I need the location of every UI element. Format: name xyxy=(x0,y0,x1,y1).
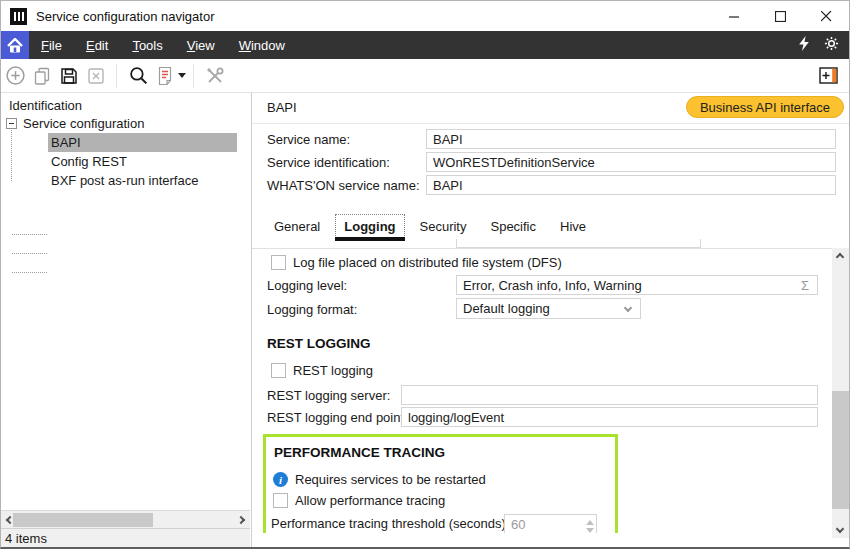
toolbar-separator xyxy=(116,64,117,88)
close-button[interactable] xyxy=(803,1,849,31)
horizontal-scrollbar[interactable] xyxy=(1,510,250,528)
rest-logging-checkbox-label: REST logging xyxy=(293,363,373,378)
tab-content-viewport: Log file placed on distributed file syst… xyxy=(252,248,832,533)
clipped-field[interactable] xyxy=(456,239,701,248)
logging-level-input[interactable] xyxy=(456,275,818,295)
scroll-up-button[interactable] xyxy=(832,249,848,265)
copy-button[interactable] xyxy=(29,63,55,89)
logging-level-label: Logging level: xyxy=(267,275,347,295)
logging-format-value: Default logging xyxy=(463,301,550,316)
maximize-button[interactable] xyxy=(757,1,803,31)
chevron-down-icon xyxy=(836,525,844,533)
scroll-down-button[interactable] xyxy=(832,521,848,537)
rest-logging-heading: REST LOGGING xyxy=(267,336,371,351)
tree-item-bapi[interactable]: BAPI xyxy=(48,133,237,152)
rest-logging-checkbox[interactable] xyxy=(271,363,286,378)
service-identification-label: Service identification: xyxy=(267,152,390,172)
menu-edit[interactable]: Edit xyxy=(74,32,120,59)
toolbar-separator xyxy=(193,64,194,88)
tab-security[interactable]: Security xyxy=(408,213,479,239)
app-window: Service configuration navigator File Edi… xyxy=(0,0,850,549)
window-controls xyxy=(711,1,849,31)
scroll-right-button[interactable] xyxy=(233,512,249,528)
info-icon xyxy=(273,472,288,487)
maximize-icon xyxy=(775,11,786,22)
whatson-service-name-input[interactable] xyxy=(426,175,836,195)
threshold-spinner xyxy=(504,514,597,533)
dropdown-caret-icon xyxy=(178,73,186,82)
service-identification-input[interactable] xyxy=(426,152,836,172)
window-title: Service configuration navigator xyxy=(36,9,215,24)
delete-button[interactable] xyxy=(83,63,109,89)
tab-specific[interactable]: Specific xyxy=(478,213,548,239)
chevron-down-icon xyxy=(624,304,632,312)
sigma-button[interactable]: Σ xyxy=(796,276,814,294)
dfs-checkbox-label: Log file placed on distributed file syst… xyxy=(293,255,562,270)
report-dropdown-button[interactable] xyxy=(151,63,186,89)
close-icon xyxy=(821,11,832,22)
tree-root[interactable]: Service configuration xyxy=(23,115,144,132)
detail-title: BAPI xyxy=(267,100,297,115)
horizontal-scrollbar-thumb[interactable] xyxy=(13,513,153,527)
service-name-label: Service name: xyxy=(267,129,350,149)
menu-file[interactable]: File xyxy=(29,32,74,59)
delete-icon xyxy=(86,66,106,86)
menu-tools[interactable]: Tools xyxy=(120,32,174,59)
search-button[interactable] xyxy=(125,63,151,89)
menu-window[interactable]: Window xyxy=(227,32,297,59)
dfs-checkbox[interactable] xyxy=(271,255,286,270)
configure-tools-button[interactable] xyxy=(202,63,228,89)
notes-icon xyxy=(156,66,174,86)
tree-item-config-rest[interactable]: Config REST xyxy=(48,152,237,171)
vertical-scrollbar-thumb[interactable] xyxy=(832,391,849,509)
tree-item-bxf[interactable]: BXF post as-run interface xyxy=(48,171,237,190)
sidebar: Identification Service configuration BAP… xyxy=(1,93,252,547)
restart-info-text: Requires services to be restarted xyxy=(295,472,486,487)
tools-icon xyxy=(204,66,226,86)
tree-expander-icon[interactable] xyxy=(6,118,17,129)
detail-pane: BAPI Business API interface Service name… xyxy=(252,93,849,547)
tree-item-label: BXF post as-run interface xyxy=(51,173,198,188)
service-type-badge: Business API interface xyxy=(686,96,844,118)
rest-endpoint-input[interactable] xyxy=(401,407,818,427)
rest-server-label: REST logging server: xyxy=(267,385,390,405)
save-button[interactable] xyxy=(56,63,82,89)
vertical-scrollbar[interactable] xyxy=(832,248,849,538)
spin-down-icon[interactable] xyxy=(586,528,594,533)
home-button[interactable] xyxy=(1,31,29,59)
add-button[interactable] xyxy=(2,63,28,89)
tree-connector xyxy=(11,130,12,181)
copy-icon xyxy=(32,66,52,86)
menu-view[interactable]: View xyxy=(175,32,227,59)
tab-hive[interactable]: Hive xyxy=(548,213,598,239)
tree-item-label: BAPI xyxy=(51,135,81,150)
tree-connector xyxy=(12,234,47,235)
logging-format-label: Logging format: xyxy=(267,299,357,319)
performance-tracing-highlight: PERFORMANCE TRACING Requires services to… xyxy=(263,434,618,533)
rest-server-input[interactable] xyxy=(401,385,818,405)
tab-bar: General Logging Security Specific Hive xyxy=(262,213,598,239)
rest-endpoint-label: REST logging end point: xyxy=(267,407,408,427)
threshold-input[interactable] xyxy=(505,515,575,533)
spin-up-icon[interactable] xyxy=(586,516,594,525)
chevron-right-icon xyxy=(237,516,245,524)
gear-icon[interactable] xyxy=(824,36,839,54)
service-name-input[interactable] xyxy=(426,129,836,149)
logging-format-select[interactable]: Default logging xyxy=(456,298,641,319)
tree-item-label: Config REST xyxy=(51,154,127,169)
dfs-checkbox-row: Log file placed on distributed file syst… xyxy=(271,255,562,270)
plus-circle-icon xyxy=(5,65,26,86)
divider xyxy=(252,123,849,124)
threshold-row: Performance tracing threshold (seconds): xyxy=(271,516,609,531)
allow-tracing-checkbox[interactable] xyxy=(273,493,288,508)
whatson-service-name-label: WHATS'ON service name: xyxy=(267,175,420,195)
tab-general[interactable]: General xyxy=(262,213,332,239)
tab-logging[interactable]: Logging xyxy=(335,214,404,238)
save-icon xyxy=(59,66,79,86)
search-icon xyxy=(128,65,149,86)
allow-tracing-checkbox-label: Allow performance tracing xyxy=(295,493,445,508)
sidebar-header: Identification xyxy=(9,98,82,113)
add-panel-button[interactable] xyxy=(816,63,842,89)
minimize-button[interactable] xyxy=(711,1,757,31)
bolt-icon[interactable] xyxy=(799,36,810,54)
